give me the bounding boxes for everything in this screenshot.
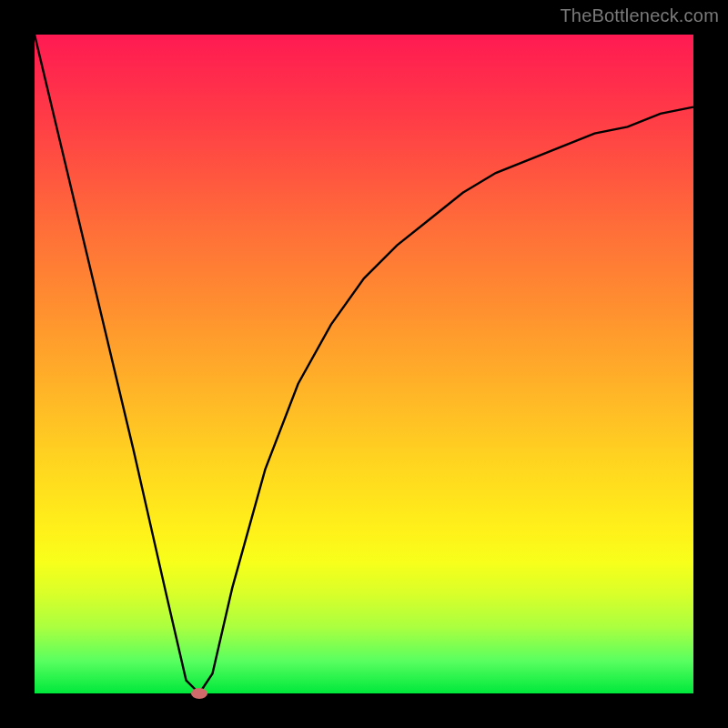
watermark-text: TheBottleneck.com (560, 5, 719, 26)
optimal-point-marker (191, 688, 207, 699)
chart-frame: TheBottleneck.com (0, 0, 728, 728)
plot-area (35, 35, 693, 693)
bottleneck-curve (35, 35, 693, 693)
